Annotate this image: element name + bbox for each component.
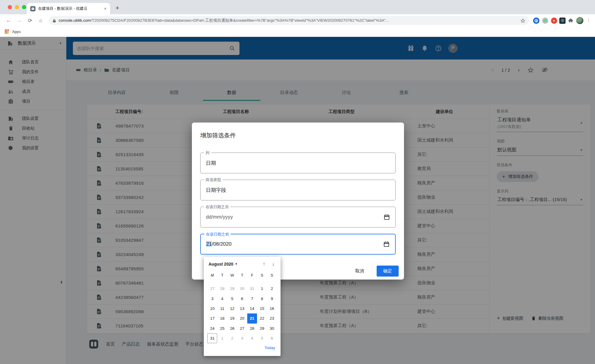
back-icon[interactable]: ← <box>4 16 13 25</box>
calendar-day[interactable]: 13 <box>237 304 247 313</box>
chevron-down-icon: ▾ <box>235 262 237 266</box>
calendar-day[interactable]: 30 <box>267 324 277 333</box>
calendar-day[interactable]: 6 <box>267 333 277 343</box>
before-date-input[interactable]: 在该日期之前 21/08/2020 <box>200 234 396 255</box>
calendar-day[interactable]: 27 <box>207 284 217 294</box>
calendar-day[interactable]: 14 <box>247 304 257 313</box>
prev-month-arrow-icon[interactable]: ↑ <box>263 261 265 267</box>
browser-menu-icon[interactable]: ⋮ <box>586 18 591 23</box>
calendar-day[interactable]: 20 <box>237 313 247 323</box>
site-favicon <box>30 6 35 11</box>
calendar-day[interactable]: 29 <box>257 324 267 333</box>
calendar-day[interactable]: 8 <box>257 294 267 303</box>
browser-tab-strip: 在建项目 - 数据演示 - 优建云 × + <box>0 0 595 14</box>
apps-grid-icon[interactable] <box>5 29 10 34</box>
weekday-label: T <box>217 271 227 280</box>
weekday-label: S <box>267 271 277 280</box>
calendar-day[interactable]: 18 <box>217 313 227 323</box>
weekday-label: M <box>207 271 217 280</box>
calendar-day[interactable]: 10 <box>207 304 217 313</box>
after-date-input[interactable]: 在该日期之后 dd/mm/yyyy <box>200 207 396 228</box>
weekday-label: T <box>237 271 247 280</box>
calendar-day[interactable]: 22 <box>257 313 267 323</box>
browser-window: 在建项目 - 数据演示 - 优建云 × + ← → ⟳ ⌂ console.ub… <box>0 0 595 364</box>
calendar-day[interactable]: 27 <box>237 324 247 333</box>
bookmarks-bar: Apps <box>0 27 595 37</box>
filter-column-select[interactable]: 列 日期 <box>200 153 396 173</box>
calendar-day[interactable]: 1 <box>217 333 227 343</box>
calendar-icon[interactable] <box>383 214 390 220</box>
weekday-label: S <box>257 271 267 280</box>
tab-close-icon[interactable]: × <box>104 6 107 11</box>
cancel-button[interactable]: 取消 <box>355 268 364 274</box>
weekday-label: F <box>247 271 257 280</box>
calendar-day[interactable]: 4 <box>247 333 257 343</box>
calendar-day[interactable]: 28 <box>217 284 227 294</box>
address-bar[interactable]: console.ublib.com/T202008275CDA/F2020082… <box>49 16 529 25</box>
calendar-day[interactable]: 23 <box>267 313 277 323</box>
calendar-day[interactable]: 2 <box>267 284 277 294</box>
minimize-window-button[interactable] <box>15 5 19 9</box>
calendar-icon[interactable] <box>383 241 390 247</box>
forward-icon[interactable]: → <box>15 16 24 25</box>
date-value: 21/08/2020 <box>206 241 383 247</box>
extensions-puzzle-icon[interactable] <box>567 17 574 24</box>
selected-day-segment: 21 <box>206 241 212 247</box>
browser-profile-avatar[interactable] <box>576 17 583 24</box>
calendar-day[interactable]: 30 <box>237 284 247 294</box>
weekday-label: W <box>227 271 237 280</box>
calendar-day[interactable]: 5 <box>227 294 237 303</box>
url-text: console.ublib.com/T202008275CDA/F2020082… <box>59 18 518 23</box>
calendar-day[interactable]: 11 <box>217 304 227 313</box>
month-selector[interactable]: August 2020 ▾ <box>209 262 263 266</box>
extension-react-icon[interactable] <box>559 18 566 24</box>
confirm-button[interactable]: 确定 <box>377 266 399 277</box>
calendar-day[interactable]: 15 <box>257 304 267 313</box>
extension-1password-icon[interactable] <box>533 17 540 24</box>
browser-tab[interactable]: 在建项目 - 数据演示 - 优建云 × <box>27 3 110 14</box>
calendar-day[interactable]: 16 <box>267 304 277 313</box>
filter-type-select[interactable]: 筛选类型 日期字段 <box>200 180 396 200</box>
calendar-day[interactable]: 31 <box>247 284 257 294</box>
calendar-day[interactable]: 1 <box>257 284 267 294</box>
calendar-day[interactable]: 5 <box>257 333 267 343</box>
calendar-day[interactable]: 28 <box>247 324 257 333</box>
tab-title: 在建项目 - 数据演示 - 优建云 <box>38 6 101 11</box>
new-tab-button[interactable]: + <box>115 4 119 12</box>
reload-icon[interactable]: ⟳ <box>26 16 35 25</box>
maximize-window-button[interactable] <box>22 5 26 9</box>
calendar-day[interactable]: 6 <box>237 294 247 303</box>
bookmark-star-icon[interactable] <box>520 18 525 23</box>
calendar-day[interactable]: 17 <box>207 313 217 323</box>
close-window-button[interactable] <box>8 5 12 9</box>
lock-icon <box>52 19 56 23</box>
browser-toolbar: ← → ⟳ ⌂ console.ublib.com/T202008275CDA/… <box>0 14 595 27</box>
calendar-day[interactable]: 3 <box>237 333 247 343</box>
add-filter-dialog: 增加筛选条件 列 日期 筛选类型 日期字段 在该日期之后 dd/mm/yyyy … <box>192 123 404 280</box>
calendar-day[interactable]: 9 <box>267 294 277 303</box>
window-controls <box>8 5 26 9</box>
calendar-day[interactable]: 25 <box>217 324 227 333</box>
calendar-day[interactable]: 29 <box>227 284 237 294</box>
calendar-day[interactable]: 24 <box>207 324 217 333</box>
home-icon[interactable]: ⌂ <box>36 16 45 25</box>
today-link[interactable]: Today <box>207 343 277 350</box>
calendar-day[interactable]: 21 <box>247 313 257 323</box>
dialog-title: 增加筛选条件 <box>200 131 396 139</box>
date-picker-popup: August 2020 ▾ ↑ ↓ MTWTFSS 27282930311234… <box>204 257 281 356</box>
calendar-day[interactable]: 4 <box>217 294 227 303</box>
calendar-day[interactable]: 3 <box>207 294 217 303</box>
extension-grey-icon[interactable] <box>541 17 549 24</box>
calendar-day[interactable]: 2 <box>227 333 237 343</box>
weekday-header: MTWTFSS <box>207 271 277 280</box>
calendar-day[interactable]: 26 <box>227 324 237 333</box>
calendar-days: 2728293031123456789101112131415161718192… <box>207 284 277 343</box>
bookmark-apps[interactable]: Apps <box>12 30 21 34</box>
calendar-day[interactable]: 12 <box>227 304 237 313</box>
calendar-day[interactable]: 19 <box>227 313 237 323</box>
next-month-arrow-icon[interactable]: ↓ <box>272 261 275 267</box>
extension-red-icon[interactable]: ♦ <box>550 17 558 24</box>
calendar-day[interactable]: 7 <box>247 294 257 303</box>
calendar-day[interactable]: 31 <box>207 333 217 343</box>
